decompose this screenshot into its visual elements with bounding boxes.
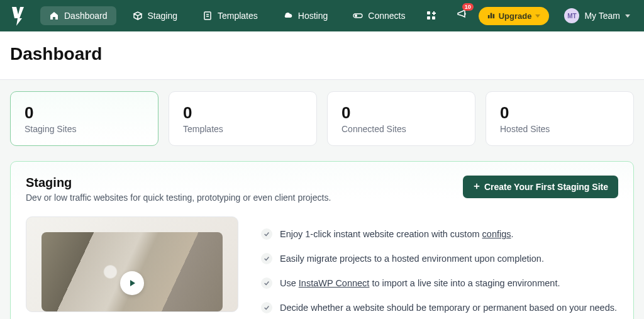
check-icon [261, 302, 272, 313]
staging-header: Staging Dev or low traffic websites for … [26, 176, 618, 203]
nav-apps[interactable] [421, 6, 441, 25]
stat-value: 0 [25, 103, 144, 123]
stat-card-templates[interactable]: 0 Templates [169, 91, 317, 146]
list-item: Use InstaWP Connect to import a live sit… [261, 277, 618, 290]
toggle-icon [353, 11, 363, 21]
configs-link[interactable]: configs [482, 229, 511, 239]
nav-dashboard[interactable]: Dashboard [40, 6, 116, 25]
page-title: Dashboard [10, 44, 634, 64]
list-item: Decide whether a website should be tempo… [261, 301, 618, 315]
box-icon [133, 11, 143, 21]
nav-label: Staging [148, 11, 177, 21]
megaphone-icon [456, 12, 469, 23]
nav-templates[interactable]: Templates [194, 6, 267, 25]
cloud-icon [283, 11, 293, 21]
content: 0 Staging Sites 0 Templates 0 Connected … [0, 80, 644, 319]
svg-rect-7 [432, 16, 435, 20]
feature-text: Enjoy 1-click instant website creation w… [280, 228, 514, 241]
stat-card-hosted[interactable]: 0 Hosted Sites [486, 91, 634, 146]
nav-label: Hosting [298, 11, 328, 21]
chevron-down-icon [535, 14, 540, 18]
stat-value: 0 [500, 103, 619, 123]
nav-label: Connects [368, 11, 405, 21]
play-button[interactable] [120, 271, 144, 295]
staging-card: Staging Dev or low traffic websites for … [10, 161, 634, 319]
svg-rect-6 [427, 16, 430, 20]
template-icon [203, 11, 213, 21]
nav-staging[interactable]: Staging [124, 6, 186, 25]
chevron-down-icon [625, 14, 630, 18]
staging-description: Dev or low traffic websites for quick te… [26, 193, 331, 203]
stat-card-staging[interactable]: 0 Staging Sites [10, 91, 158, 146]
feature-list: Enjoy 1-click instant website creation w… [261, 216, 618, 315]
staging-title: Staging [26, 176, 331, 190]
feature-text: Easily migrate projects to a hosted envi… [280, 252, 544, 266]
svg-rect-5 [427, 11, 430, 14]
feature-text: Use InstaWP Connect to import a live sit… [280, 277, 560, 290]
check-icon [261, 228, 272, 240]
svg-rect-9 [490, 13, 492, 18]
list-item: Enjoy 1-click instant website creation w… [261, 228, 618, 241]
upgrade-label: Upgrade [499, 11, 532, 21]
grid-plus-icon [426, 11, 436, 21]
nav-connects[interactable]: Connects [344, 6, 414, 25]
notifications-button[interactable]: 10 [456, 8, 469, 23]
team-switcher[interactable]: MT My Team [560, 6, 634, 26]
stat-value: 0 [341, 103, 461, 123]
feature-text: Decide whether a website should be tempo… [280, 301, 617, 315]
stat-value: 0 [183, 103, 303, 123]
nav-hosting[interactable]: Hosting [274, 6, 336, 25]
svg-point-4 [355, 14, 357, 17]
brand-logo[interactable] [10, 4, 28, 27]
page-header: Dashboard [0, 31, 644, 80]
create-staging-label: Create Your First Staging Site [484, 182, 608, 192]
stat-card-connected[interactable]: 0 Connected Sites [327, 91, 475, 146]
stat-label: Hosted Sites [500, 124, 619, 134]
create-staging-button[interactable]: Create Your First Staging Site [463, 176, 618, 198]
check-icon [261, 253, 272, 264]
stats-row: 0 Staging Sites 0 Templates 0 Connected … [10, 91, 634, 146]
stat-label: Templates [183, 124, 303, 134]
list-item: Easily migrate projects to a hosted envi… [261, 252, 618, 266]
stat-label: Connected Sites [341, 124, 461, 134]
bar-chart-icon [487, 11, 495, 21]
avatar: MT [564, 8, 579, 23]
svg-rect-8 [488, 15, 490, 18]
stat-label: Staging Sites [25, 124, 144, 134]
svg-rect-0 [204, 12, 211, 20]
home-icon [49, 11, 59, 21]
nav-label: Templates [218, 11, 258, 21]
check-icon [261, 277, 272, 289]
top-navbar: Dashboard Staging Templates Hosting Conn… [0, 0, 644, 31]
plus-icon [473, 182, 480, 192]
team-name: My Team [584, 11, 620, 21]
nav-label: Dashboard [64, 11, 108, 21]
intro-video[interactable] [26, 216, 238, 312]
instawp-connect-link[interactable]: InstaWP Connect [299, 278, 370, 288]
svg-rect-10 [492, 14, 494, 18]
upgrade-button[interactable]: Upgrade [479, 7, 550, 25]
notification-badge: 10 [462, 3, 474, 11]
